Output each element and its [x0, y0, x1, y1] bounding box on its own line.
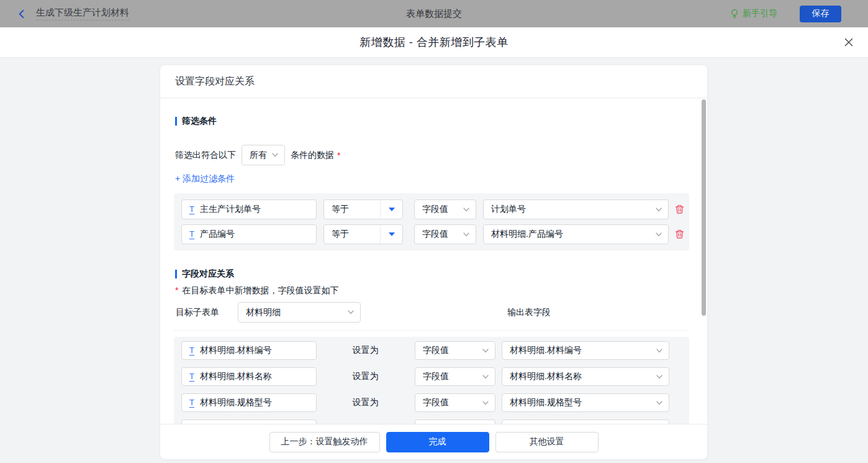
settings-card: 设置字段对应关系 筛选条件 筛选出符合以下 所有 条件的数据 * + 添加过滤条… — [160, 65, 707, 459]
target-subform-select[interactable]: 材料明细 — [238, 302, 361, 323]
filter-row: T 主生产计划单号 等于 字段值 计划单号 — [181, 199, 689, 219]
mapping-value-select[interactable]: 材料明细.材料编号 — [502, 341, 669, 360]
lightbulb-icon — [730, 9, 739, 19]
chevron-down-icon — [348, 310, 354, 314]
chevron-down-icon — [656, 375, 662, 379]
done-button[interactable]: 完成 — [386, 432, 489, 452]
text-field-icon: T — [189, 398, 194, 408]
set-to-label: 设置为 — [352, 345, 379, 356]
value-type-select[interactable]: 字段值 — [415, 341, 495, 360]
modal-title: 新增数据 - 合并新增到子表单 — [359, 35, 509, 50]
filter-prefix-text: 筛选出符合以下 — [175, 150, 236, 161]
add-filter-link[interactable]: + 添加过滤条件 — [175, 173, 235, 185]
filter-value-select[interactable]: 计划单号 — [483, 199, 669, 219]
filter-rows-panel: T 主生产计划单号 等于 字段值 计划单号 — [174, 193, 689, 250]
filter-field-select[interactable]: T 产品编号 — [181, 224, 317, 244]
chevron-down-icon — [463, 232, 469, 237]
value-type-select[interactable]: 字段值 — [415, 419, 495, 424]
guide-label: 新手引导 — [743, 8, 777, 19]
set-to-label: 设置为 — [352, 397, 379, 408]
mapping-row: T 材料明细.规格型号 设置为 字段值 材料明细.规格型号 — [181, 393, 689, 412]
other-settings-button[interactable]: 其他设置 — [495, 432, 599, 452]
filter-field-select[interactable]: T 主生产计划单号 — [181, 199, 317, 219]
toolbar-right: 新手引导 保存 — [730, 6, 868, 22]
mapping-value-select[interactable]: 材料明细.规格型号 — [502, 393, 669, 412]
filter-condition-line: 筛选出符合以下 所有 条件的数据 * — [175, 145, 707, 165]
target-subform-row: 目标子表单 材料明细 输出表字段 — [176, 302, 707, 323]
modal-footer: 上一步：设置触发动作 完成 其他设置 — [160, 424, 707, 459]
previous-step-button[interactable]: 上一步：设置触发动作 — [269, 432, 380, 452]
scrollbar-thumb[interactable] — [702, 99, 706, 316]
top-toolbar: 生成下级生产计划材料 表单数据提交 新手引导 保存 — [0, 0, 868, 27]
section-divider — [174, 330, 689, 331]
filter-value-select[interactable]: 材料明细.产品编号 — [483, 224, 669, 244]
mapping-field[interactable]: T 材料明细.计量单位 — [181, 419, 317, 424]
text-field-icon: T — [189, 230, 194, 239]
operator-select[interactable]: 等于 — [323, 199, 403, 219]
chevron-down-icon — [656, 232, 662, 237]
text-field-icon: T — [189, 346, 194, 355]
value-type-select[interactable]: 字段值 — [414, 199, 476, 219]
app-window: 生成下级生产计划材料 表单数据提交 新手引导 保存 新增数据 - 合并新增到子表… — [0, 0, 868, 463]
chevron-down-icon — [482, 375, 489, 379]
value-type-select[interactable]: 字段值 — [415, 367, 495, 386]
target-subform-label: 目标子表单 — [176, 307, 219, 318]
filter-row: T 产品编号 等于 字段值 材料明细.产品编号 — [181, 224, 689, 244]
chevron-down-icon — [656, 401, 662, 405]
mapping-field[interactable]: T 材料明细.材料编号 — [181, 341, 317, 360]
chevron-down-icon — [482, 349, 489, 353]
mapping-row: T 材料明细.计量单位 设置为 字段值 材料明细.计量单位 — [181, 419, 689, 424]
section-accent-bar — [175, 117, 177, 126]
match-mode-select[interactable]: 所有 — [242, 145, 285, 165]
set-to-label: 设置为 — [352, 371, 379, 382]
chevron-down-icon — [656, 208, 662, 212]
mapping-row: T 材料明细.材料名称 设置为 字段值 材料明细.材料名称 — [181, 367, 689, 386]
value-type-select[interactable]: 字段值 — [414, 224, 476, 244]
mapping-rows-panel: T 材料明细.材料编号 设置为 字段值 材料明细.材料编号 — [174, 337, 689, 424]
caret-down-icon — [380, 200, 402, 219]
card-body: 筛选条件 筛选出符合以下 所有 条件的数据 * + 添加过滤条件 T 主生产计划… — [160, 98, 707, 424]
required-mark: * — [175, 285, 178, 295]
value-type-select[interactable]: 字段值 — [415, 393, 495, 412]
modal-header: 新增数据 - 合并新增到子表单 — [0, 27, 868, 58]
trash-icon[interactable] — [674, 204, 684, 215]
mapping-value-select[interactable]: 材料明细.计量单位 — [502, 419, 669, 424]
chevron-down-icon — [656, 349, 662, 353]
required-mark: * — [337, 150, 340, 160]
close-icon[interactable] — [843, 37, 854, 48]
chevron-down-icon — [463, 208, 469, 212]
caret-down-icon — [380, 225, 402, 244]
section-accent-bar — [175, 270, 177, 278]
output-fields-label: 输出表字段 — [507, 307, 551, 318]
save-button[interactable]: 保存 — [800, 6, 841, 22]
mapping-field[interactable]: T 材料明细.材料名称 — [181, 367, 317, 386]
mapping-section-title: 字段对应关系 — [175, 268, 707, 280]
guide-link[interactable]: 新手引导 — [730, 8, 777, 19]
chevron-down-icon — [272, 153, 278, 157]
mapping-field[interactable]: T 材料明细.规格型号 — [181, 393, 317, 412]
text-field-icon: T — [189, 372, 194, 382]
filter-suffix-text: 条件的数据 — [291, 150, 334, 161]
filter-section-title: 筛选条件 — [175, 116, 707, 127]
operator-select[interactable]: 等于 — [323, 224, 403, 244]
text-field-icon: T — [189, 205, 194, 214]
mapping-row: T 材料明细.材料编号 设置为 字段值 材料明细.材料编号 — [181, 341, 689, 360]
mapping-note: * 在目标表单中新增数据，字段值设置如下 — [175, 285, 707, 296]
chevron-down-icon — [482, 401, 489, 405]
card-title: 设置字段对应关系 — [160, 65, 707, 98]
trash-icon[interactable] — [674, 229, 684, 240]
mapping-value-select[interactable]: 材料明细.材料名称 — [502, 367, 669, 386]
